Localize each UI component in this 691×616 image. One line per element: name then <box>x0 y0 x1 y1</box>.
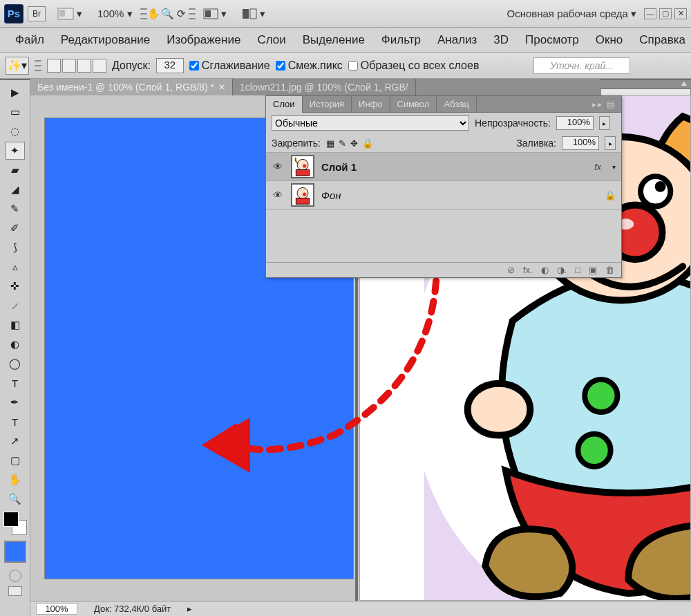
panel-tab-paragraph[interactable]: Абзац <box>437 96 476 113</box>
layer-name[interactable]: Слой 1 <box>321 161 357 173</box>
lock-all-icon[interactable]: 🔒 <box>362 138 373 149</box>
menu-file[interactable]: Файл <box>7 30 53 50</box>
layer-row-sloy1[interactable]: 👁 Слой 1 fx ▾ <box>266 152 621 181</box>
menu-layers[interactable]: Слои <box>249 30 294 50</box>
document-tab-1[interactable]: Без имени-1 @ 100% (Слой 1, RGB/8) * ✕ <box>30 79 233 95</box>
menu-filter[interactable]: Фильтр <box>373 30 429 50</box>
fx-menu-icon[interactable]: fx. <box>523 265 533 275</box>
status-zoom-input[interactable]: 100% <box>36 603 77 615</box>
layer-thumbnail[interactable] <box>291 183 314 207</box>
blur-tool[interactable]: ◧ <box>6 316 25 334</box>
color-swatches[interactable] <box>3 512 27 535</box>
menu-select[interactable]: Выделение <box>294 30 373 50</box>
menu-edit[interactable]: Редактирование <box>53 30 159 50</box>
view-extras-button[interactable]: ▾ <box>53 5 87 23</box>
dodge-tool[interactable]: ◐ <box>6 335 25 353</box>
svg-point-27 <box>303 192 306 196</box>
move-tool[interactable]: ▶ <box>6 84 25 102</box>
type-tool[interactable]: T <box>6 374 25 392</box>
eraser-tool[interactable]: ✜ <box>6 277 25 295</box>
lock-position-icon[interactable]: ✥ <box>350 138 358 149</box>
layer-name[interactable]: Фон <box>321 189 341 201</box>
adjustment-layer-icon[interactable]: ◑. <box>557 265 567 275</box>
panel-tab-character[interactable]: Символ <box>390 96 437 113</box>
fill-flyout-button[interactable]: ▸ <box>605 136 616 150</box>
menu-3d[interactable]: 3D <box>485 30 517 50</box>
blend-mode-select[interactable]: Обычные <box>272 115 469 131</box>
magic-wand-tool[interactable]: ✦ <box>6 142 25 160</box>
trash-icon[interactable]: 🗑 <box>605 265 614 275</box>
mask-icon[interactable]: ◐ <box>541 265 549 275</box>
panel-tab-info[interactable]: Инфо <box>352 96 390 113</box>
layers-panel: Слои История Инфо Символ Абзац ▸▸ ▤ Обыч… <box>265 95 622 278</box>
lasso-tool[interactable]: ◌ <box>6 122 25 140</box>
fx-indicator[interactable]: fx <box>594 162 601 172</box>
layer-thumbnail[interactable] <box>291 155 314 178</box>
bridge-button[interactable]: Br <box>28 6 46 21</box>
shape-tool[interactable]: T <box>6 413 25 431</box>
foreground-color-swatch[interactable] <box>4 541 26 563</box>
panel-menu-button[interactable]: ▸▸ ▤ <box>587 100 621 109</box>
hand-tool[interactable]: ✋ <box>6 471 25 489</box>
3d-camera-tool[interactable]: ▢ <box>6 451 25 469</box>
fill-input[interactable]: 100% <box>562 136 599 150</box>
opacity-input[interactable]: 100% <box>556 116 594 130</box>
minimize-button[interactable]: — <box>644 8 656 19</box>
brush-tool[interactable]: ✐ <box>6 219 25 237</box>
workspace-switcher[interactable]: Основная рабочая среда ▾ <box>502 5 641 23</box>
screen-mode-button[interactable]: ▾ <box>198 5 231 23</box>
selection-mode-buttons[interactable] <box>47 59 106 73</box>
sample-all-layers-checkbox[interactable]: Образец со всех слоев <box>348 59 480 72</box>
antialias-checkbox[interactable]: Сглаживание <box>189 59 270 72</box>
menu-view[interactable]: Просмотр <box>517 30 587 50</box>
close-tab-icon[interactable]: ✕ <box>218 82 225 92</box>
zoom-level-dropdown[interactable]: 100% ▾ <box>93 5 138 23</box>
visibility-toggle-icon[interactable]: 👁 <box>272 189 284 200</box>
healing-brush-tool[interactable]: ✎ <box>6 200 25 218</box>
3d-tool[interactable]: ↗ <box>6 432 25 450</box>
link-layers-icon[interactable]: ⊘ <box>507 265 515 275</box>
menu-analysis[interactable]: Анализ <box>429 30 485 50</box>
quick-mask-button[interactable] <box>9 570 21 582</box>
panel-tab-layers[interactable]: Слои <box>266 96 303 113</box>
group-icon[interactable]: □ <box>575 265 580 275</box>
hand-tool-icon[interactable]: ✋ <box>147 7 161 21</box>
arrange-documents-button[interactable]: ▾ <box>237 5 270 23</box>
pen-tool[interactable]: ◯ <box>6 355 25 373</box>
panel-tab-history[interactable]: История <box>303 96 352 113</box>
gradient-tool[interactable]: ⟋ <box>6 297 25 315</box>
lock-buttons[interactable]: ▦✎✥🔒 <box>326 138 373 149</box>
rotate-view-icon[interactable]: ⟳ <box>175 7 189 21</box>
contiguous-checkbox[interactable]: Смеж.пикс <box>276 59 343 72</box>
screen-mode-toggle[interactable] <box>8 586 22 596</box>
new-layer-icon[interactable]: ▣ <box>589 265 597 275</box>
menu-help[interactable]: Справка <box>631 30 691 50</box>
path-selection-tool[interactable]: ✒ <box>6 393 25 411</box>
maximize-button[interactable]: ▢ <box>659 8 672 19</box>
document-tab-2[interactable]: 1clown211.jpg @ 100% (Слой 1, RGB/ <box>233 79 416 95</box>
document-area: Без имени-1 @ 100% (Слой 1, RGB/8) * ✕ 1… <box>30 79 691 616</box>
layer-row-fon[interactable]: 👁 Фон 🔒 <box>266 180 621 209</box>
marquee-tool[interactable]: ▭ <box>6 103 25 121</box>
menu-image[interactable]: Изображение <box>158 30 249 50</box>
visibility-toggle-icon[interactable]: 👁 <box>272 161 284 172</box>
clone-stamp-tool[interactable]: ⟆ <box>6 239 25 256</box>
menu-window[interactable]: Окно <box>587 30 632 50</box>
eyedropper-tool[interactable]: ◢ <box>6 180 25 198</box>
refine-edge-button[interactable]: Уточн. край... <box>533 57 630 74</box>
crop-tool[interactable]: ▰ <box>6 161 25 179</box>
window-controls: — ▢ ✕ <box>644 8 687 19</box>
status-flyout-icon[interactable]: ▸ <box>187 604 192 614</box>
lock-transparent-icon[interactable]: ▦ <box>326 138 334 149</box>
fill-label: Заливка: <box>516 138 556 149</box>
chevron-down-icon[interactable]: ▾ <box>612 163 616 171</box>
lock-pixels-icon[interactable]: ✎ <box>339 138 346 149</box>
close-button[interactable]: ✕ <box>674 8 687 19</box>
history-brush-tool[interactable]: ▵ <box>6 258 25 276</box>
zoom-tool-icon[interactable]: 🔍 <box>161 7 175 21</box>
tolerance-input[interactable]: 32 <box>156 58 184 73</box>
magic-wand-tool-icon[interactable]: ✨▾ <box>6 57 29 75</box>
zoom-tool[interactable]: 🔍 <box>6 490 25 508</box>
dock-header[interactable] <box>600 80 691 88</box>
opacity-flyout-button[interactable]: ▸ <box>599 116 610 130</box>
